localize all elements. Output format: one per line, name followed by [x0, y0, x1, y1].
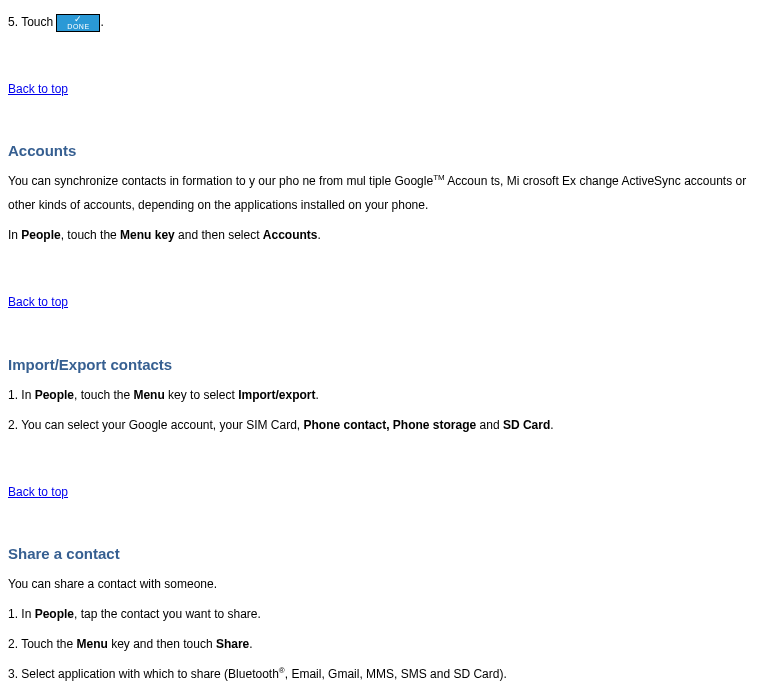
- bold-import-export: Import/export: [238, 388, 315, 402]
- bold-menu-key: Menu key: [120, 228, 175, 242]
- bold-share: Share: [216, 637, 249, 651]
- text: and then select: [175, 228, 263, 242]
- heading-accounts: Accounts: [8, 139, 759, 163]
- back-to-top-link-1[interactable]: Back to top: [8, 80, 68, 99]
- accounts-para-2: In People, touch the Menu key and then s…: [8, 223, 759, 247]
- bold-menu: Menu: [77, 637, 108, 651]
- bold-phone-contact-storage: Phone contact, Phone storage: [304, 418, 477, 432]
- check-icon: ✓: [57, 15, 99, 23]
- superscript-tm: TM: [433, 173, 445, 182]
- heading-import-export: Import/Export contacts: [8, 353, 759, 377]
- text: key and then touch: [108, 637, 216, 651]
- bold-sd-card: SD Card: [503, 418, 550, 432]
- step-5: 5. Touch ✓DONE.: [8, 13, 759, 32]
- bold-people: People: [35, 607, 74, 621]
- import-export-step-1: 1. In People, touch the Menu key to sele…: [8, 383, 759, 407]
- text: , touch the: [74, 388, 133, 402]
- share-contact-step-2: 2. Touch the Menu key and then touch Sha…: [8, 632, 759, 656]
- step-5-prefix: 5. Touch: [8, 15, 56, 29]
- text: key to select: [165, 388, 238, 402]
- step-5-suffix: .: [100, 15, 103, 29]
- bold-people: People: [21, 228, 60, 242]
- text: , touch the: [61, 228, 120, 242]
- bold-menu: Menu: [133, 388, 164, 402]
- done-button-image: ✓DONE: [56, 14, 100, 32]
- back-to-top-link-2[interactable]: Back to top: [8, 293, 68, 312]
- accounts-para-1: You can synchronize contacts in formatio…: [8, 169, 759, 217]
- import-export-step-2: 2. You can select your Google account, y…: [8, 413, 759, 437]
- text: 2. Touch the: [8, 637, 77, 651]
- heading-share-contact: Share a contact: [8, 542, 759, 566]
- bold-accounts: Accounts: [263, 228, 318, 242]
- text: 1. In: [8, 607, 35, 621]
- share-contact-step-3: 3. Select application with which to shar…: [8, 662, 759, 686]
- text: You can synchronize contacts in formatio…: [8, 174, 433, 188]
- share-contact-intro: You can share a contact with someone.: [8, 572, 759, 596]
- text: , Email, Gmail, MMS, SMS and SD Card).: [285, 667, 507, 681]
- text: .: [315, 388, 318, 402]
- share-contact-step-1: 1. In People, tap the contact you want t…: [8, 602, 759, 626]
- text: .: [318, 228, 321, 242]
- text: , tap the contact you want to share.: [74, 607, 261, 621]
- text: 1. In: [8, 388, 35, 402]
- bold-people: People: [35, 388, 74, 402]
- back-to-top-link-3[interactable]: Back to top: [8, 483, 68, 502]
- text: In: [8, 228, 21, 242]
- text: .: [249, 637, 252, 651]
- text: .: [550, 418, 553, 432]
- text: and: [476, 418, 503, 432]
- text: 3. Select application with which to shar…: [8, 667, 279, 681]
- done-label: DONE: [57, 23, 99, 30]
- text: 2. You can select your Google account, y…: [8, 418, 304, 432]
